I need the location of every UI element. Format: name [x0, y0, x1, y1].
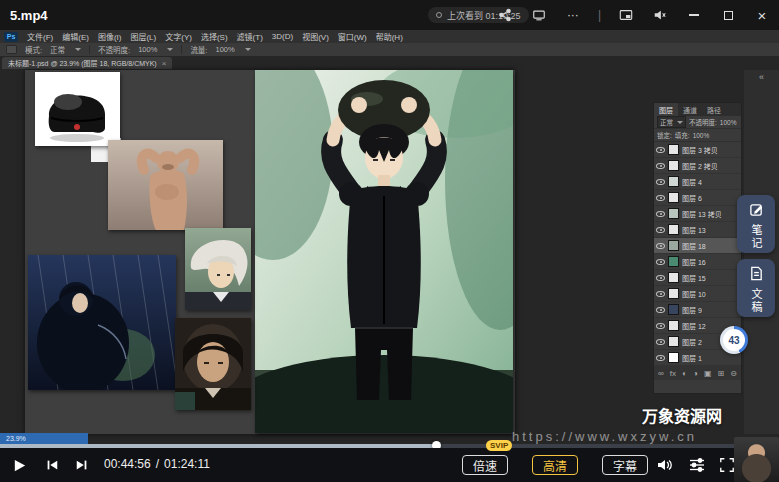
visibility-eye-icon[interactable] [656, 195, 665, 201]
layer-row[interactable]: 图层 2 拷贝 [654, 158, 741, 174]
layer-thumbnail[interactable] [668, 144, 679, 155]
tab-paths[interactable]: 路径 [702, 103, 726, 116]
subtitle-button[interactable]: 字幕 [602, 455, 648, 475]
mute-icon[interactable] [651, 6, 669, 24]
layer-thumbnail[interactable] [668, 336, 679, 347]
layer-row[interactable]: 图层 16 [654, 254, 741, 270]
opacity-value[interactable]: 100% [138, 45, 157, 54]
layer-thumbnail[interactable] [668, 160, 679, 171]
blend-mode-select[interactable]: 正常 [657, 116, 686, 128]
layer-row[interactable]: 图层 13 [654, 222, 741, 238]
layer-mask-icon[interactable]: ◐ [682, 369, 687, 378]
tab-close-icon[interactable]: × [162, 59, 167, 68]
pip-icon[interactable] [617, 6, 635, 24]
layer-thumbnail[interactable] [668, 224, 679, 235]
layer-thumbnail[interactable] [668, 304, 679, 315]
menu-select[interactable]: 选择(S) [201, 31, 228, 42]
layer-row[interactable]: 图层 10 [654, 286, 741, 302]
visibility-eye-icon[interactable] [656, 227, 665, 233]
menu-file[interactable]: 文件(F) [27, 31, 53, 42]
layer-thumbnail[interactable] [668, 288, 679, 299]
layer-style-fx-icon[interactable]: fx [670, 369, 676, 378]
layer-thumbnail[interactable] [668, 320, 679, 331]
menu-3d[interactable]: 3D(D) [272, 32, 293, 41]
menu-edit[interactable]: 编辑(E) [62, 31, 89, 42]
new-layer-icon[interactable]: ⊞ [718, 369, 725, 378]
menu-image[interactable]: 图像(I) [98, 31, 122, 42]
fill-value[interactable]: 100% [693, 132, 710, 139]
document-tab[interactable]: 未标题-1.psd @ 23.9% (图层 18, RGB/8/CMYK) × [2, 57, 172, 69]
notes-button[interactable]: 笔记 [737, 195, 775, 253]
visibility-eye-icon[interactable] [656, 275, 665, 281]
previous-button[interactable] [44, 457, 60, 473]
settings-sliders-icon[interactable] [688, 456, 706, 474]
layers-panel-footer: ∞ fx ◐ ◑ ▣ ⊞ ⊖ [654, 366, 741, 380]
ps-status-zoom[interactable]: 23.9% [0, 433, 88, 444]
visibility-eye-icon[interactable] [656, 339, 665, 345]
progress-badge[interactable]: 43 [720, 326, 748, 354]
layer-thumbnail[interactable] [668, 256, 679, 267]
next-button[interactable] [74, 457, 90, 473]
layer-row[interactable]: 图层 6 [654, 190, 741, 206]
tab-layers[interactable]: 图层 [654, 103, 678, 116]
instructor-webcam-overlay[interactable] [734, 437, 779, 482]
chevron-down-icon [245, 48, 251, 51]
visibility-eye-icon[interactable] [656, 259, 665, 265]
document-icon [749, 266, 764, 285]
layer-row[interactable]: 图层 9 [654, 302, 741, 318]
cast-icon[interactable] [530, 6, 548, 24]
video-title: 5.mp4 [10, 8, 48, 23]
options-divider [181, 45, 182, 54]
visibility-eye-icon[interactable] [656, 179, 665, 185]
visibility-eye-icon[interactable] [656, 147, 665, 153]
layer-row-selected[interactable]: 图层 18 [654, 238, 741, 254]
progress-badge-value: 43 [723, 329, 745, 351]
visibility-eye-icon[interactable] [656, 211, 665, 217]
menu-filter[interactable]: 滤镜(T) [237, 31, 263, 42]
layer-thumbnail[interactable] [668, 240, 679, 251]
menu-window[interactable]: 窗口(W) [338, 31, 367, 42]
maximize-button[interactable] [719, 6, 737, 24]
mode-label: 模式: [25, 44, 42, 55]
layer-row[interactable]: 图层 3 拷贝 [654, 142, 741, 158]
layer-row[interactable]: 图层 4 [654, 174, 741, 190]
visibility-eye-icon[interactable] [656, 243, 665, 249]
layer-thumbnail[interactable] [668, 208, 679, 219]
volume-icon[interactable] [656, 456, 674, 474]
layer-thumbnail[interactable] [668, 192, 679, 203]
mode-value[interactable]: 正常 [50, 44, 65, 55]
layer-thumbnail[interactable] [668, 176, 679, 187]
brush-tool-icon[interactable] [6, 45, 17, 54]
play-button[interactable] [10, 456, 28, 474]
panel-opacity-value[interactable]: 100% [720, 119, 737, 126]
flow-value[interactable]: 100% [215, 45, 234, 54]
more-icon[interactable]: ··· [564, 6, 582, 24]
tab-channels[interactable]: 通道 [678, 103, 702, 116]
collapse-panels-icon[interactable]: « [744, 70, 779, 82]
layer-thumbnail[interactable] [668, 272, 679, 283]
menu-view[interactable]: 视图(V) [302, 31, 329, 42]
link-layers-icon[interactable]: ∞ [658, 369, 664, 378]
close-button[interactable]: × [753, 6, 771, 24]
layer-row[interactable]: 图层 13 拷贝 [654, 206, 741, 222]
visibility-eye-icon[interactable] [656, 355, 665, 361]
visibility-eye-icon[interactable] [656, 323, 665, 329]
visibility-eye-icon[interactable] [656, 163, 665, 169]
menu-help[interactable]: 帮助(H) [376, 31, 403, 42]
layer-thumbnail[interactable] [668, 352, 679, 363]
share-icon[interactable] [496, 6, 514, 24]
adjustment-layer-icon[interactable]: ◑ [693, 369, 698, 378]
ps-canvas[interactable] [25, 70, 515, 434]
visibility-eye-icon[interactable] [656, 307, 665, 313]
group-layers-icon[interactable]: ▣ [704, 369, 712, 378]
visibility-eye-icon[interactable] [656, 291, 665, 297]
minimize-button[interactable] [685, 6, 703, 24]
playback-speed-button[interactable]: 倍速 [462, 455, 508, 475]
quality-button[interactable]: 高清 [532, 455, 578, 475]
video-player-window: 5.mp4 上次看到 01:10:25 ··· | × P [0, 0, 779, 482]
layer-row[interactable]: 图层 15 [654, 270, 741, 286]
delete-layer-icon[interactable]: ⊖ [730, 369, 737, 378]
menu-type[interactable]: 文字(Y) [165, 31, 192, 42]
documents-button[interactable]: 文稿 [737, 259, 775, 317]
menu-layer[interactable]: 图层(L) [130, 31, 156, 42]
